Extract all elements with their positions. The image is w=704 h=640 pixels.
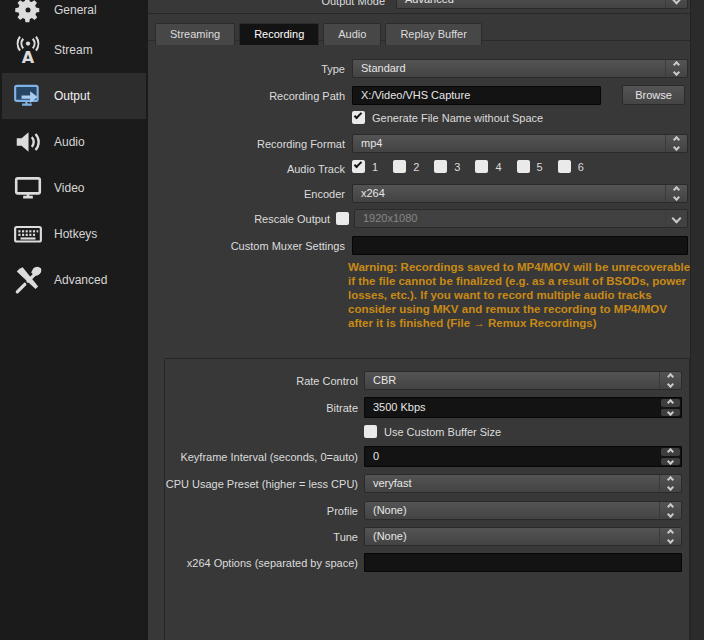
- tune-select[interactable]: (None): [364, 527, 682, 546]
- audio-track-3: 3: [434, 160, 460, 173]
- encoder-label: Encoder: [148, 188, 345, 201]
- cpu-preset-select[interactable]: veryfast: [364, 474, 682, 493]
- tune-label: Tune: [148, 531, 358, 544]
- audio-track-4: 4: [475, 160, 501, 173]
- spin-down-button[interactable]: [661, 409, 680, 417]
- recording-path-input[interactable]: X:/Video/VHS Capture: [352, 86, 601, 105]
- type-label: Type: [148, 63, 345, 76]
- profile-label: Profile: [148, 505, 358, 518]
- keyframe-interval-spinbox[interactable]: 0: [364, 446, 682, 467]
- tab-audio[interactable]: Audio: [323, 23, 381, 45]
- audio-track-1-checkbox[interactable]: [352, 160, 365, 173]
- audio-track-5-label: 5: [537, 161, 543, 173]
- audio-track-4-label: 4: [495, 161, 501, 173]
- sidebar-item-hotkeys[interactable]: Hotkeys: [2, 211, 146, 257]
- keyboard-icon: [13, 219, 43, 249]
- settings-sidebar: General A Stream Output Audio Video: [0, 0, 148, 640]
- spinner-arrows-icon[interactable]: [665, 60, 687, 77]
- sidebar-item-label: Stream: [54, 43, 93, 57]
- audio-track-2-checkbox[interactable]: [393, 160, 406, 173]
- monitor-arrow-icon: [13, 81, 43, 111]
- bitrate-spinbox[interactable]: 3500 Kbps: [364, 397, 682, 418]
- check-icon: [354, 111, 362, 119]
- rate-control-select[interactable]: CBR: [364, 371, 682, 390]
- recording-format-value: mp4: [353, 135, 665, 152]
- spin-up-button[interactable]: [661, 399, 680, 407]
- bitrate-value: 3500 Kbps: [365, 398, 660, 417]
- custom-buffer-row: Use Custom Buffer Size: [364, 425, 501, 438]
- keyframe-interval-label: Keyframe Interval (seconds, 0=auto): [148, 451, 358, 464]
- encoder-select[interactable]: x264: [352, 184, 688, 203]
- sidebar-item-label: Output: [54, 89, 90, 103]
- output-mode-select[interactable]: Advanced: [396, 0, 688, 9]
- generate-no-space-row: Generate File Name without Space: [352, 111, 543, 124]
- browse-button[interactable]: Browse: [622, 85, 685, 105]
- spinner-arrows-icon[interactable]: [659, 372, 681, 389]
- audio-track-4-checkbox[interactable]: [475, 160, 488, 173]
- audio-track-2: 2: [393, 160, 419, 173]
- profile-select[interactable]: (None): [364, 501, 682, 520]
- bitrate-label: Bitrate: [148, 402, 358, 415]
- spinner-arrows-icon[interactable]: [665, 135, 687, 152]
- rate-control-value: CBR: [365, 372, 659, 389]
- custom-muxer-input[interactable]: [352, 236, 688, 255]
- audio-track-6-checkbox[interactable]: [558, 160, 571, 173]
- custom-buffer-checkbox[interactable]: [364, 425, 377, 438]
- section-divider: [148, 13, 690, 14]
- generate-no-space-label: Generate File Name without Space: [372, 112, 543, 124]
- type-value: Standard: [353, 60, 665, 77]
- rate-control-label: Rate Control: [148, 375, 358, 388]
- audio-track-3-label: 3: [454, 161, 460, 173]
- cpu-preset-value: veryfast: [365, 475, 659, 492]
- chevron-down-icon: [665, 210, 687, 227]
- spinner-arrows-icon[interactable]: [659, 528, 681, 545]
- gear-icon: [13, 0, 43, 25]
- tab-replay-buffer[interactable]: Replay Buffer: [385, 23, 481, 45]
- recording-format-label: Recording Format: [148, 138, 345, 151]
- encoder-value: x264: [353, 185, 665, 202]
- x264-options-label: x264 Options (separated by space): [148, 557, 358, 570]
- custom-muxer-label: Custom Muxer Settings: [148, 240, 345, 253]
- audio-track-6-label: 6: [578, 161, 584, 173]
- tune-value: (None): [365, 528, 659, 545]
- audio-track-1: 1: [352, 160, 378, 173]
- recording-format-select[interactable]: mp4: [352, 134, 688, 153]
- audio-track-row: 1 2 3 4 5: [352, 160, 584, 173]
- sidebar-item-stream[interactable]: A Stream: [2, 27, 146, 73]
- output-settings-panel: Output Mode Advanced Streaming Recording…: [148, 0, 690, 640]
- sidebar-item-audio[interactable]: Audio: [2, 119, 146, 165]
- keyframe-interval-value: 0: [365, 447, 660, 466]
- type-select[interactable]: Standard: [352, 59, 688, 78]
- rescale-output-checkbox[interactable]: [336, 212, 349, 225]
- speaker-icon: [13, 127, 43, 157]
- rescale-resolution-select: 1920x1080: [354, 209, 688, 228]
- generate-no-space-checkbox[interactable]: [352, 111, 365, 124]
- spinner-arrows-icon[interactable]: [665, 185, 687, 202]
- audio-track-3-checkbox[interactable]: [434, 160, 447, 173]
- tab-streaming[interactable]: Streaming: [155, 23, 235, 45]
- monitor-icon: [13, 173, 43, 203]
- spinner-arrows-icon[interactable]: [659, 502, 681, 519]
- sidebar-item-label: Hotkeys: [54, 227, 97, 241]
- output-mode-value: Advanced: [397, 0, 665, 8]
- audio-track-1-label: 1: [372, 161, 378, 173]
- output-mode-label: Output Mode: [148, 0, 385, 8]
- rescale-resolution-value: 1920x1080: [355, 210, 665, 227]
- spin-up-button[interactable]: [661, 448, 680, 456]
- sidebar-item-advanced[interactable]: Advanced: [2, 257, 146, 303]
- rescale-output-label: Rescale Output: [148, 213, 330, 226]
- audio-track-5: 5: [517, 160, 543, 173]
- spin-down-button[interactable]: [661, 458, 680, 466]
- x264-options-input[interactable]: [364, 553, 682, 572]
- sidebar-item-label: Advanced: [54, 273, 107, 287]
- sidebar-item-label: Audio: [54, 135, 85, 149]
- chevron-down-icon[interactable]: [665, 0, 687, 8]
- tab-recording[interactable]: Recording: [239, 23, 319, 45]
- antenna-icon: A: [13, 35, 43, 65]
- spinner-arrows-icon[interactable]: [659, 475, 681, 492]
- sidebar-item-video[interactable]: Video: [2, 165, 146, 211]
- obs-settings-window: General A Stream Output Audio Video: [0, 0, 704, 640]
- sidebar-item-output[interactable]: Output: [2, 73, 146, 119]
- sidebar-item-label: General: [54, 3, 97, 17]
- audio-track-5-checkbox[interactable]: [517, 160, 530, 173]
